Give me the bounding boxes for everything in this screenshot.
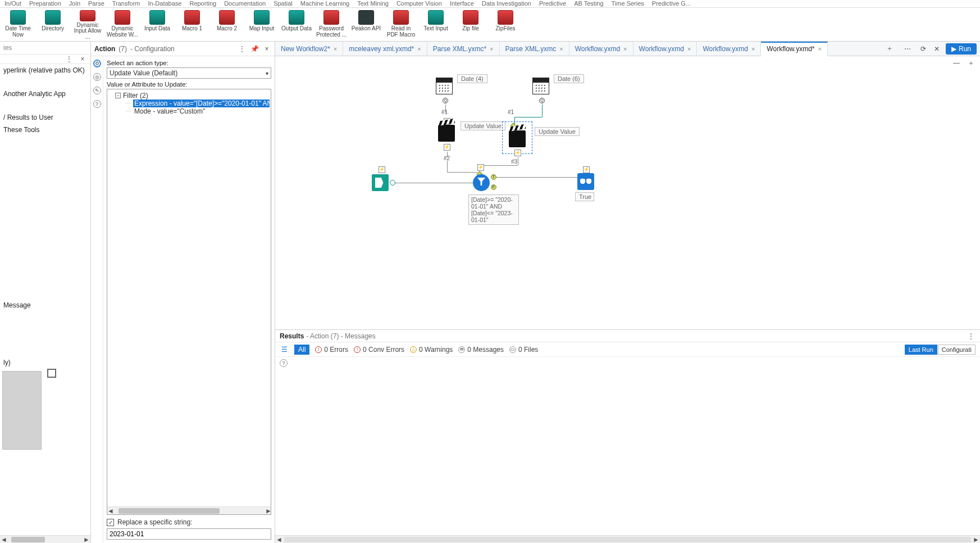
tab-workflow-yxmd-[interactable]: Workflow.yxmd*× [761,42,828,56]
tab-close-icon[interactable]: × [623,46,627,52]
canvas-minimize-icon[interactable]: — [952,58,961,67]
filter-true-anchor[interactable]: T [491,174,496,180]
xml-tree[interactable]: − Filter (2) ⋯ Expression - value="[Date… [107,89,271,515]
tab-close-icon[interactable]: × [490,46,493,52]
input-output-anchor[interactable] [390,180,395,185]
tab-mceleavey-xml-yxmd-[interactable]: mceleavey xml.yxmd*× [343,42,427,56]
hyperlink-label: yperlink (relative paths OK) [0,64,90,76]
date-4-output[interactable]: Q [443,98,448,103]
tool-icon [393,10,409,25]
tool-dynamic-input-allow-[interactable]: Dynamic Input Allow ... [72,9,103,40]
tool-macro-1[interactable]: Macro 1 [176,9,208,40]
left-scrollbar[interactable]: ◄► [0,535,90,543]
config-tab-anchor[interactable]: ◎ [93,73,101,81]
filter-warnings[interactable]: △0 Warnings [410,346,453,354]
config-tab-settings[interactable]: ⚙ [93,60,101,67]
date-tool-4[interactable] [436,78,453,94]
results-list-icon[interactable]: ☰ [280,345,289,354]
tool-map-input[interactable]: Map Input [246,9,277,40]
filter-messages[interactable]: ✉0 Messages [458,346,504,354]
panel-menu-icon[interactable]: ⋮ [65,55,74,64]
tree-scrollbar[interactable]: ◄ ► [107,506,271,514]
canvas-add-icon[interactable]: ＋ [967,58,976,67]
tool-icon [115,10,130,25]
filter-tool[interactable] [473,174,490,191]
filter-errors[interactable]: !0 Errors [315,346,348,354]
tab-close-icon[interactable]: × [417,46,421,52]
tool-macro-2[interactable]: Macro 2 [211,9,243,40]
tool-icon [10,10,26,25]
new-tab-button[interactable]: ＋ [883,44,896,53]
results-help-icon[interactable]: ? [280,359,288,367]
results-scrollbar[interactable]: ◄► [275,535,980,543]
tool-directory[interactable]: Directory [37,9,69,40]
refresh-icon[interactable]: ⟳ [919,44,928,53]
tab-new-workflow2-[interactable]: New Workflow2*× [275,42,343,56]
tool-dynamic-website-w-[interactable]: Dynamic Website W... [107,9,138,40]
square-icon[interactable] [47,369,56,378]
filter-all[interactable]: All [294,345,309,355]
tool-peakon-api[interactable]: Peakon API [350,9,382,40]
results-title: Results [280,332,304,340]
input-tool-badge[interactable]: ⚡ [379,166,385,173]
action-tool-7[interactable] [509,130,526,147]
filter-files[interactable]: ▭0 Files [509,346,538,354]
tab-close-icon[interactable]: × [687,46,691,52]
pin-icon[interactable]: 📌 [250,44,259,53]
action-7-output[interactable]: ⚡ [514,150,521,156]
date-tool-6[interactable] [532,78,549,94]
tab-overflow-button[interactable]: ⋯ [901,45,914,53]
filter-false-anchor[interactable]: F [491,184,496,190]
tree-collapse-icon[interactable]: − [115,93,121,98]
tool-output-data[interactable]: Output Data [281,9,312,40]
tool-label: Output Data [281,26,312,32]
tool-read-in-pdf-macro[interactable]: Read in PDF Macro [385,9,417,40]
replace-string-input[interactable] [107,528,271,540]
action-type-select[interactable]: Update Value (Default)▾ [107,67,271,79]
tab-close-icon[interactable]: × [559,46,563,52]
action-tool-4[interactable] [438,125,455,142]
config-menu-icon[interactable]: ⋮ [238,44,247,53]
date-6-output[interactable]: Q [539,98,545,103]
tree-root[interactable]: Filter (2) [122,92,149,99]
results-menu-icon[interactable]: ⋮ [967,332,976,341]
filter-conv-errors[interactable]: !0 Conv Errors [354,346,404,354]
tool-zipfiles[interactable]: ZipFiles [490,9,521,40]
config-tab-annotation[interactable]: ✎ [93,87,101,94]
tab-close-icon[interactable]: × [334,46,337,52]
browse-tool[interactable] [577,173,594,190]
tab-workflow-yxmd[interactable]: Workflow.yxmd× [697,42,761,56]
tab-parse-xml-yxmc-[interactable]: Parse XML.yxmc*× [427,42,500,56]
run-button[interactable]: ▶ Run [946,43,977,55]
filter-badge[interactable]: ⚡ [477,164,484,171]
tool-label: Date Time Now [2,26,34,38]
configuration-chip[interactable]: Configurati [938,345,976,355]
replace-string-checkbox[interactable]: ✓ [107,519,114,526]
workflow-canvas[interactable]: — ＋ Date (4) Q #1 ⚡ Update Value ⚡ #2 Da… [275,56,980,329]
analytic-app-label: Another Analytic App [0,88,90,100]
tool-password-protected-[interactable]: Password Protected ... [316,9,347,40]
config-close-icon[interactable]: × [262,44,271,53]
tab-close-icon[interactable]: × [751,46,755,52]
config-tab-help[interactable]: ? [93,100,101,108]
last-run-chip[interactable]: Last Run [905,345,937,355]
interface-panel: ies ⋮ × yperlink (relative paths OK) Ano… [0,42,91,543]
tool-icon [149,10,165,25]
tool-icon [219,10,235,25]
tool-label: Password Protected ... [316,26,347,38]
tree-node-mode[interactable]: Mode - value="Custom" [133,107,206,115]
action-4-output[interactable]: ⚡ [444,144,450,151]
tool-zip-file[interactable]: Zip file [455,9,486,40]
tool-text-input[interactable]: Text Input [420,9,452,40]
stop-icon[interactable]: ✕ [932,44,941,53]
tab-workflow-yxmd[interactable]: Workflow.yxmd× [569,42,633,56]
tab-parse-xml-yxmc[interactable]: Parse XML.yxmc× [500,42,569,56]
tab-close-icon[interactable]: × [818,46,822,52]
tab-workflow-yxmd[interactable]: Workflow.yxmd× [633,42,698,56]
tree-node-expression[interactable]: Expression - value="[Date]>="2020-01-01"… [133,99,270,107]
tool-input-data[interactable]: Input Data [142,9,173,40]
browse-badge[interactable]: ⚡ [583,166,590,173]
tool-date-time-now[interactable]: Date Time Now [2,9,34,40]
panel-close-icon[interactable]: × [78,55,87,64]
input-data-tool[interactable] [372,174,389,191]
